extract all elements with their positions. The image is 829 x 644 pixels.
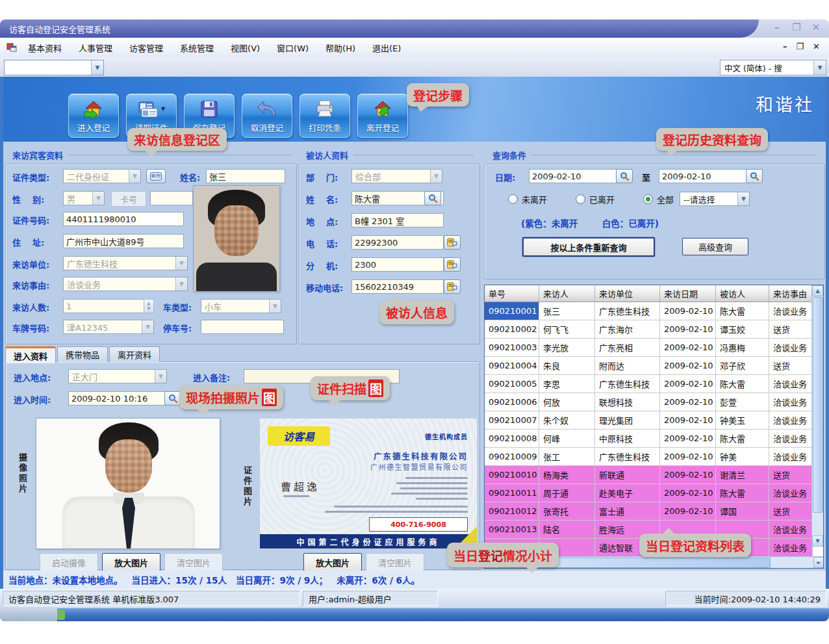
table-row[interactable]: 090210004朱良附而达2009-02-10邓子欣送货 bbox=[485, 357, 823, 375]
table-cell[interactable]: 2009-02-10 bbox=[660, 430, 716, 448]
table-cell[interactable]: 2009-02-10 bbox=[660, 320, 716, 339]
table-cell[interactable]: 洽谈业务 bbox=[769, 302, 813, 320]
table-cell[interactable]: 朱个奴 bbox=[539, 411, 595, 430]
location-input[interactable] bbox=[351, 213, 444, 227]
radio-已离开[interactable]: 已离开 bbox=[576, 193, 615, 205]
radio-未离开[interactable]: 未离开 bbox=[508, 193, 547, 205]
table-cell[interactable]: 2009-02-10 bbox=[660, 357, 716, 375]
close-icon[interactable]: ✕ bbox=[810, 21, 823, 33]
table-cell[interactable]: 李光放 bbox=[539, 339, 595, 357]
card-number-input[interactable] bbox=[150, 191, 193, 205]
table-cell[interactable]: 陈大雷 bbox=[716, 484, 769, 502]
menu-item[interactable]: 视图(V) bbox=[225, 39, 266, 57]
chevron-down-icon[interactable]: ▼ bbox=[269, 300, 281, 313]
chevron-down-icon[interactable]: ▼ bbox=[175, 277, 187, 290]
table-cell[interactable]: 赴美电子 bbox=[595, 484, 660, 502]
status-combobox[interactable]: --请选择▼ bbox=[680, 192, 750, 206]
table-header-cell[interactable]: 来访日期 bbox=[660, 285, 716, 302]
menu-item[interactable]: 人事管理 bbox=[73, 39, 118, 57]
menu-item[interactable]: 帮助(H) bbox=[320, 39, 361, 57]
table-cell[interactable]: 090210010 bbox=[485, 466, 539, 484]
table-cell[interactable]: 2009-02-10 bbox=[660, 466, 716, 484]
table-cell[interactable]: 李思 bbox=[539, 375, 595, 393]
table-cell[interactable]: 理光集团 bbox=[595, 411, 660, 430]
table-cell[interactable]: 邓子欣 bbox=[716, 357, 769, 375]
plate-combobox[interactable]: 津A12345▼ bbox=[63, 320, 154, 334]
table-cell[interactable]: 洽谈业务 bbox=[769, 411, 813, 430]
table-cell[interactable]: 何飞飞 bbox=[539, 320, 595, 339]
table-cell[interactable]: 陈大雷 bbox=[716, 430, 769, 448]
table-cell[interactable]: 送货 bbox=[769, 466, 813, 484]
table-cell[interactable]: 何峰 bbox=[539, 430, 595, 448]
button-清空图片[interactable]: 清空图片 bbox=[164, 553, 223, 571]
toolbar-combobox[interactable]: ▼ bbox=[4, 60, 104, 75]
table-row[interactable]: 090210011周于通赴美电子2009-02-10陈大雷洽谈业务 bbox=[485, 484, 823, 502]
card-number-button[interactable]: 卡号 bbox=[111, 191, 146, 207]
tab-离开资料[interactable]: 离开资料 bbox=[109, 346, 160, 362]
table-cell[interactable]: 广东德生科技 bbox=[595, 302, 660, 320]
table-cell[interactable]: 陈大雷 bbox=[716, 302, 769, 320]
table-cell[interactable]: 2009-02-10 bbox=[660, 448, 716, 466]
date-from-picker-button[interactable] bbox=[616, 169, 633, 183]
search-person-button[interactable] bbox=[424, 191, 441, 205]
restore-icon[interactable]: ❐ bbox=[796, 42, 804, 51]
phone-input[interactable] bbox=[351, 235, 444, 250]
count-spinner[interactable]: ▲▼ bbox=[144, 299, 154, 313]
menu-item[interactable]: 窗口(W) bbox=[271, 39, 314, 57]
date-from-input[interactable] bbox=[529, 169, 620, 183]
entry-time-input[interactable] bbox=[68, 391, 167, 406]
table-cell[interactable]: 谭国 bbox=[716, 502, 769, 521]
table-header-cell[interactable]: 来访单位 bbox=[595, 285, 660, 302]
table-cell[interactable]: 090210007 bbox=[485, 411, 539, 430]
table-cell[interactable]: 朱良 bbox=[539, 357, 595, 375]
table-cell[interactable]: 广东德生科技 bbox=[595, 448, 660, 466]
toolbar-button-打印凭条[interactable]: 打印凭条 bbox=[300, 94, 350, 138]
visit-company-combobox[interactable]: 广东德生科技▼ bbox=[63, 256, 188, 270]
scroll-down-icon[interactable]: ▼ bbox=[812, 535, 823, 547]
table-row[interactable]: 090210009张工广东德生科技2009-02-10钟美洽谈业务 bbox=[485, 448, 823, 466]
table-cell[interactable]: 090210006 bbox=[485, 393, 539, 411]
table-cell[interactable]: 广东德生科技 bbox=[595, 375, 660, 393]
chevron-down-icon[interactable]: ▼ bbox=[737, 192, 749, 205]
table-cell[interactable]: 2009-02-10 bbox=[660, 339, 716, 357]
ext-input[interactable] bbox=[351, 257, 444, 272]
toolbar-button-进入登记[interactable]: 进入登记 bbox=[68, 94, 119, 138]
table-row[interactable]: 090210008何峰中原科技2009-02-10陈大雷洽谈业务 bbox=[485, 430, 823, 448]
language-bar[interactable]: 中文 (简体) - 搜 ▼ bbox=[720, 60, 826, 75]
restore-icon[interactable]: ❐ bbox=[790, 21, 803, 33]
chevron-down-icon[interactable]: ▼ bbox=[175, 257, 187, 270]
call-mobile-button[interactable] bbox=[444, 279, 461, 294]
button-启动摄像[interactable]: 启动摄像 bbox=[40, 553, 98, 571]
table-cell[interactable]: 090210002 bbox=[485, 320, 539, 339]
table-cell[interactable]: 2009-02-10 bbox=[660, 502, 716, 521]
dropdown-arrow-icon[interactable]: ▼ bbox=[161, 106, 165, 112]
parking-input[interactable] bbox=[201, 320, 284, 334]
table-cell[interactable]: 2009-02-10 bbox=[660, 375, 716, 393]
table-cell[interactable]: 张工 bbox=[539, 448, 595, 466]
table-cell[interactable]: 2009-02-10 bbox=[660, 484, 716, 502]
call-ext-button[interactable] bbox=[444, 257, 461, 272]
radio-dot-icon[interactable] bbox=[643, 194, 653, 204]
table-cell[interactable]: 2009-02-10 bbox=[660, 411, 716, 430]
table-cell[interactable]: 钟美 bbox=[716, 448, 769, 466]
minimize-icon[interactable]: – bbox=[783, 42, 787, 51]
table-header-cell[interactable]: 来访事由 bbox=[769, 285, 813, 302]
table-header-cell[interactable]: 被访人 bbox=[716, 285, 769, 302]
table-cell[interactable]: 杨海类 bbox=[539, 466, 595, 484]
table-cell[interactable]: 新联通 bbox=[595, 466, 660, 484]
radio-全部[interactable]: 全部 bbox=[643, 193, 674, 205]
table-cell[interactable]: 090210001 bbox=[485, 302, 539, 320]
table-cell[interactable]: 何放 bbox=[539, 393, 595, 411]
menu-item[interactable]: 系统管理 bbox=[174, 39, 220, 57]
radio-dot-icon[interactable] bbox=[576, 194, 585, 204]
table-row[interactable]: 090210003李光放广东亮相2009-02-10冯惠梅洽谈业务 bbox=[485, 339, 823, 357]
button-放大图片[interactable]: 放大图片 bbox=[102, 553, 160, 571]
table-cell[interactable]: 广东亮相 bbox=[595, 339, 660, 357]
table-cell[interactable]: 090210008 bbox=[485, 430, 539, 448]
chevron-down-icon[interactable]: ▼ bbox=[142, 320, 153, 333]
advanced-query-button[interactable]: 高级查询 bbox=[682, 238, 748, 255]
table-cell[interactable]: 附而达 bbox=[595, 357, 660, 375]
tab-进入资料[interactable]: 进入资料 bbox=[5, 346, 56, 363]
table-cell[interactable]: 谢清兰 bbox=[716, 466, 769, 484]
cert-type-combobox[interactable]: 二代身份证▼ bbox=[63, 169, 141, 183]
